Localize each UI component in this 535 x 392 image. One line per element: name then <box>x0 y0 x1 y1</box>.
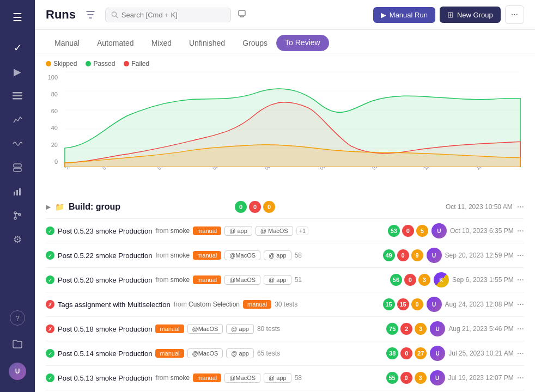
svg-rect-2 <box>13 98 22 100</box>
badge-pass: 55 <box>386 372 398 384</box>
run-row: ✓ Post 0.5.23 smoke Production from smok… <box>46 219 524 243</box>
svg-line-13 <box>116 16 118 17</box>
run-count-badges: 56 0 3 <box>390 274 430 286</box>
run-more-button[interactable]: ··· <box>517 324 524 334</box>
tab-to-review[interactable]: To Review <box>276 35 329 51</box>
sidebar-icon-menu[interactable]: ☰ <box>7 7 28 28</box>
sidebar-icon-check[interactable]: ✓ <box>7 37 28 59</box>
badge-skip: 9 <box>411 249 423 261</box>
run-more-button[interactable]: ··· <box>517 275 524 285</box>
failed-dot <box>124 61 129 66</box>
play-icon: ▶ <box>381 11 386 19</box>
run-name: Post 0.5.22 smoke Production <box>58 252 152 260</box>
tab-automated[interactable]: Automated <box>88 34 143 53</box>
badge-pass: 49 <box>383 249 395 261</box>
badge-fail: 0 <box>397 249 409 261</box>
sidebar-icon-settings[interactable]: ⚙ <box>7 229 28 250</box>
search-input[interactable] <box>121 11 225 19</box>
badge-fail: 0 <box>402 225 414 237</box>
skipped-label: Skipped <box>53 60 77 68</box>
run-env-app[interactable]: @ app <box>226 324 254 334</box>
svg-rect-6 <box>16 190 18 195</box>
run-tag-manual[interactable]: manual <box>193 275 221 284</box>
run-env-macos[interactable]: @MacOS <box>224 275 260 285</box>
run-count-badges: 15 15 0 <box>383 298 423 310</box>
run-env-app[interactable]: @ app <box>264 373 291 383</box>
group-date: Oct 11, 2023 10:50 AM <box>446 203 513 211</box>
run-tag-manual[interactable]: manual <box>155 324 184 333</box>
run-date: Oct 10, 2023 6:35 PM <box>450 227 514 235</box>
run-env-macos[interactable]: @MacOS <box>224 250 260 260</box>
tab-manual[interactable]: Manual <box>46 34 88 53</box>
run-count-badges: 75 2 3 <box>386 323 427 335</box>
run-more-button[interactable]: ··· <box>517 348 524 358</box>
badge-fail: 2 <box>400 323 412 335</box>
badge-skip: 27 <box>415 347 427 359</box>
sidebar-icon-play[interactable]: ▶ <box>7 61 28 83</box>
sidebar-icon-list[interactable] <box>7 85 28 107</box>
run-env-app[interactable]: @ app <box>224 226 252 236</box>
run-avatar: U <box>431 223 447 238</box>
skipped-dot <box>46 61 51 66</box>
group-more-button[interactable]: ··· <box>517 202 524 212</box>
tabs-bar: Manual Automated Mixed Unfinished Groups… <box>35 30 535 53</box>
status-pass-icon: ✓ <box>46 251 54 260</box>
run-tag-manual[interactable]: manual <box>155 349 184 358</box>
sidebar-icon-wave[interactable] <box>7 133 28 155</box>
tab-mixed[interactable]: Mixed <box>143 34 180 53</box>
badge-pass: 56 <box>390 274 402 286</box>
run-avatar: U <box>427 297 442 312</box>
badge-skip: 0 <box>411 298 423 310</box>
run-avatar: U <box>430 370 445 385</box>
sidebar-icon-analytics[interactable] <box>7 109 28 131</box>
badge-pass: 15 <box>383 298 395 310</box>
run-tests: 58 <box>295 252 302 259</box>
sidebar-icon-branch[interactable] <box>7 205 28 226</box>
run-avatar: U <box>427 248 442 263</box>
chart-area: Skipped Passed Failed 100806040200 <box>35 53 535 195</box>
run-env-app[interactable]: @ app <box>264 250 291 260</box>
sidebar-icon-folder[interactable] <box>7 333 28 355</box>
run-more-button[interactable]: ··· <box>517 250 524 260</box>
tab-groups[interactable]: Groups <box>234 34 276 53</box>
legend-skipped: Skipped <box>46 60 77 68</box>
run-env-app[interactable]: @ app <box>264 275 291 285</box>
run-tag-manual[interactable]: manual <box>193 373 221 382</box>
run-tag-manual[interactable]: manual <box>193 251 221 260</box>
sidebar-icon-server[interactable] <box>7 157 28 179</box>
user-avatar[interactable]: U <box>9 363 26 380</box>
badge-skip: 3 <box>418 274 430 286</box>
manual-run-button[interactable]: ▶ Manual Run <box>373 7 435 23</box>
run-env-macos[interactable]: @MacOS <box>187 348 223 358</box>
run-date: Aug 21, 2023 5:46 PM <box>448 325 513 333</box>
more-options-button[interactable]: ··· <box>505 5 524 24</box>
main-content: Runs ▶ Manual Run ⊞ New Group ··· Manual… <box>35 0 535 392</box>
run-date: Aug 24, 2023 12:08 PM <box>445 301 514 308</box>
run-env-macos[interactable]: @MacOS <box>187 324 223 334</box>
badge-pass: 75 <box>386 323 398 335</box>
run-env-app[interactable]: @ app <box>226 348 254 358</box>
notifications-icon[interactable] <box>238 9 246 20</box>
svg-rect-4 <box>14 168 21 171</box>
run-tag-manual[interactable]: manual <box>193 226 221 235</box>
run-env-macos[interactable]: @ MacOS <box>256 226 293 236</box>
group-badges: 0 0 0 <box>235 201 275 213</box>
sidebar-icon-help[interactable]: ? <box>10 310 25 326</box>
run-date: Sep 20, 2023 12:59 PM <box>445 252 514 259</box>
new-group-button[interactable]: ⊞ New Group <box>440 7 501 23</box>
run-more-button[interactable]: ··· <box>517 299 524 309</box>
svg-rect-5 <box>14 192 15 195</box>
run-tag-manual[interactable]: manual <box>243 300 271 309</box>
run-tests: 80 tests <box>257 325 280 333</box>
svg-rect-14 <box>239 10 245 16</box>
tab-unfinished[interactable]: Unfinished <box>180 34 234 53</box>
run-avatar-split: K <box>434 272 449 287</box>
run-more-button[interactable]: ··· <box>517 373 524 383</box>
badge-skip: 5 <box>416 225 428 237</box>
run-more-button[interactable]: ··· <box>517 226 524 236</box>
filter-button[interactable] <box>82 7 99 23</box>
sidebar-icon-chart[interactable] <box>7 181 28 203</box>
passed-dot <box>86 61 91 66</box>
run-env-macos[interactable]: @MacOS <box>224 373 260 383</box>
group-chevron[interactable]: ▶ <box>46 203 51 211</box>
